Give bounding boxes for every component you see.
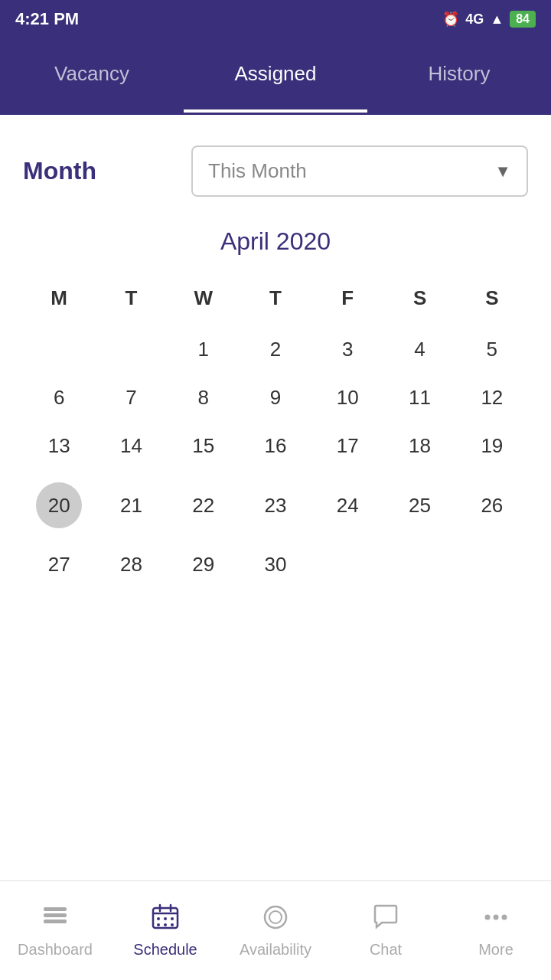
calendar-cell-19[interactable]: 19 bbox=[456, 422, 528, 470]
status-icons: ⏰ 4G ▲ 84 bbox=[442, 11, 536, 28]
calendar-cell-22[interactable]: 22 bbox=[168, 470, 240, 541]
calendar: April 2020 M T W T F S S 1 2 3 4 5 6 7 8… bbox=[23, 227, 528, 589]
chevron-down-icon: ▼ bbox=[494, 162, 511, 181]
calendar-cell-8[interactable]: 8 bbox=[168, 374, 240, 422]
calendar-cell-12[interactable]: 12 bbox=[456, 374, 528, 422]
nav-availability[interactable]: Availability bbox=[220, 881, 331, 980]
calendar-cell-25[interactable]: 25 bbox=[383, 470, 455, 541]
layers-icon bbox=[41, 903, 70, 936]
calendar-cell-23[interactable]: 23 bbox=[240, 470, 311, 541]
svg-point-13 bbox=[265, 906, 286, 928]
chat-icon bbox=[371, 903, 400, 936]
availability-icon bbox=[261, 903, 290, 936]
calendar-month-title: April 2020 bbox=[23, 227, 528, 256]
day-header-sun: S bbox=[456, 279, 528, 325]
nav-schedule[interactable]: Schedule bbox=[110, 881, 220, 980]
nav-availability-label: Availability bbox=[240, 941, 311, 959]
calendar-cell-13[interactable]: 13 bbox=[23, 422, 95, 470]
svg-point-9 bbox=[171, 917, 174, 920]
calendar-cell-30[interactable]: 30 bbox=[240, 541, 311, 589]
svg-point-16 bbox=[494, 915, 499, 920]
nav-more-label: More bbox=[478, 941, 514, 959]
calendar-cell-11[interactable]: 11 bbox=[383, 374, 455, 422]
day-header-thu: T bbox=[240, 279, 311, 325]
nav-chat-label: Chat bbox=[370, 941, 402, 959]
calendar-cell-4[interactable]: 4 bbox=[383, 325, 455, 374]
alarm-icon: ⏰ bbox=[442, 11, 459, 28]
calendar-cell-empty-4 bbox=[383, 541, 455, 589]
svg-rect-2 bbox=[44, 920, 67, 923]
nav-more[interactable]: More bbox=[441, 881, 551, 980]
day-header-fri: F bbox=[311, 279, 383, 325]
calendar-cell-17[interactable]: 17 bbox=[311, 422, 383, 470]
day-header-mon: M bbox=[23, 279, 95, 325]
tab-vacancy[interactable]: Vacancy bbox=[0, 38, 184, 113]
calendar-cell-5[interactable]: 5 bbox=[456, 325, 528, 374]
calendar-cell-18[interactable]: 18 bbox=[383, 422, 455, 470]
status-bar: 4:21 PM ⏰ 4G ▲ 84 bbox=[0, 0, 551, 38]
tab-bar: Vacancy Assigned History bbox=[0, 38, 551, 115]
battery-indicator: 84 bbox=[510, 11, 536, 28]
calendar-cell-29[interactable]: 29 bbox=[168, 541, 240, 589]
bottom-nav: Dashboard Schedule bbox=[0, 880, 551, 980]
svg-point-8 bbox=[164, 917, 167, 920]
nav-dashboard[interactable]: Dashboard bbox=[0, 881, 110, 980]
day-header-tue: T bbox=[95, 279, 167, 325]
calendar-cell-21[interactable]: 21 bbox=[95, 470, 167, 541]
svg-rect-1 bbox=[44, 913, 67, 917]
calendar-cell-empty-3 bbox=[311, 541, 383, 589]
filter-selected-value: This Month bbox=[208, 159, 307, 183]
schedule-icon bbox=[151, 903, 180, 936]
calendar-cell-3[interactable]: 3 bbox=[311, 325, 383, 374]
calendar-cell-28[interactable]: 28 bbox=[95, 541, 167, 589]
nav-dashboard-label: Dashboard bbox=[18, 941, 93, 959]
filter-row: Month This Month ▼ bbox=[23, 145, 528, 197]
nav-chat[interactable]: Chat bbox=[331, 881, 441, 980]
calendar-cell-7[interactable]: 7 bbox=[95, 374, 167, 422]
calendar-cell-9[interactable]: 9 bbox=[240, 374, 311, 422]
svg-point-10 bbox=[157, 923, 160, 926]
calendar-cell-empty-2 bbox=[95, 325, 167, 374]
nav-schedule-label: Schedule bbox=[133, 941, 197, 959]
calendar-cell-empty-1 bbox=[23, 325, 95, 374]
svg-point-11 bbox=[164, 923, 167, 926]
calendar-cell-10[interactable]: 10 bbox=[311, 374, 383, 422]
calendar-cell-24[interactable]: 24 bbox=[311, 470, 383, 541]
svg-point-12 bbox=[171, 923, 174, 926]
svg-point-14 bbox=[269, 911, 282, 923]
calendar-cell-14[interactable]: 14 bbox=[95, 422, 167, 470]
filter-label: Month bbox=[23, 157, 176, 185]
calendar-cell-6[interactable]: 6 bbox=[23, 374, 95, 422]
tab-history[interactable]: History bbox=[367, 38, 551, 113]
calendar-cell-27[interactable]: 27 bbox=[23, 541, 95, 589]
day-header-sat: S bbox=[383, 279, 455, 325]
main-content: Month This Month ▼ April 2020 M T W T F … bbox=[0, 115, 551, 880]
signal-icon: 4G bbox=[465, 11, 484, 28]
calendar-cell-26[interactable]: 26 bbox=[456, 470, 528, 541]
svg-point-17 bbox=[502, 915, 507, 920]
month-filter-dropdown[interactable]: This Month ▼ bbox=[191, 145, 528, 197]
svg-point-15 bbox=[485, 915, 491, 920]
svg-point-7 bbox=[157, 917, 160, 920]
calendar-cell-2[interactable]: 2 bbox=[240, 325, 311, 374]
calendar-cell-empty-5 bbox=[456, 541, 528, 589]
tab-assigned[interactable]: Assigned bbox=[184, 38, 367, 113]
status-time: 4:21 PM bbox=[15, 9, 79, 29]
calendar-cell-16[interactable]: 16 bbox=[240, 422, 311, 470]
calendar-cell-1[interactable]: 1 bbox=[168, 325, 240, 374]
calendar-grid: M T W T F S S 1 2 3 4 5 6 7 8 9 10 11 12… bbox=[23, 279, 528, 589]
more-icon bbox=[481, 903, 510, 936]
calendar-cell-20-today[interactable]: 20 bbox=[23, 470, 95, 541]
day-header-wed: W bbox=[168, 279, 240, 325]
calendar-cell-15[interactable]: 15 bbox=[168, 422, 240, 470]
wifi-icon: ▲ bbox=[490, 11, 504, 28]
svg-rect-0 bbox=[44, 907, 67, 911]
